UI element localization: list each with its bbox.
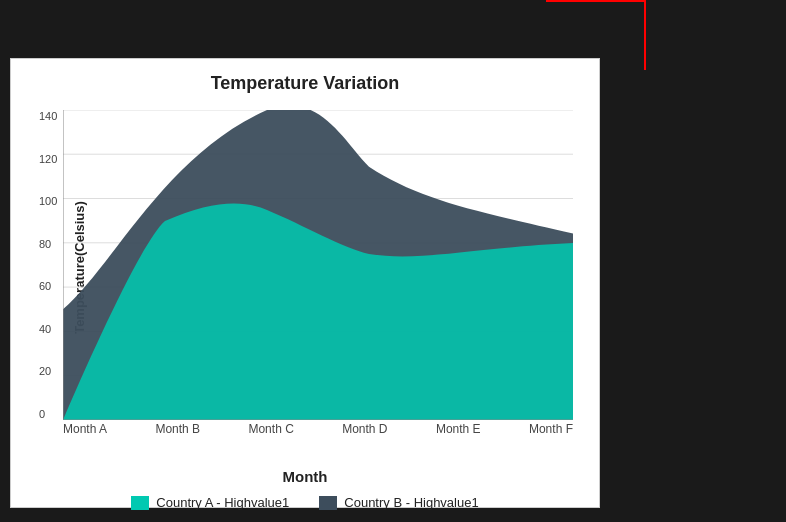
legend-color-a [131, 496, 149, 510]
x-tick-a: Month A [63, 422, 107, 436]
x-tick-b: Month B [155, 422, 200, 436]
x-tick-c: Month C [248, 422, 293, 436]
y-tick-100: 100 [39, 195, 57, 207]
chart-container: Temperature Variation Temperature(Celsiu… [10, 58, 600, 508]
legend-label-b: Country B - Highvalue1 [344, 495, 478, 510]
legend-color-b [319, 496, 337, 510]
y-tick-60: 60 [39, 280, 57, 292]
red-marker [546, 0, 646, 70]
chart-title: Temperature Variation [11, 59, 599, 100]
legend: Country A - Highvalue1 Country B - Highv… [11, 495, 599, 510]
x-axis-label: Month [11, 468, 599, 485]
legend-item-a: Country A - Highvalue1 [131, 495, 289, 510]
legend-item-b: Country B - Highvalue1 [319, 495, 478, 510]
chart-svg [63, 110, 573, 420]
y-tick-40: 40 [39, 323, 57, 335]
y-tick-80: 80 [39, 238, 57, 250]
x-tick-e: Month E [436, 422, 481, 436]
y-tick-20: 20 [39, 365, 57, 377]
y-tick-0: 0 [39, 408, 57, 420]
x-tick-d: Month D [342, 422, 387, 436]
y-tick-120: 120 [39, 153, 57, 165]
x-tick-f: Month F [529, 422, 573, 436]
legend-label-a: Country A - Highvalue1 [156, 495, 289, 510]
y-tick-140: 140 [39, 110, 57, 122]
